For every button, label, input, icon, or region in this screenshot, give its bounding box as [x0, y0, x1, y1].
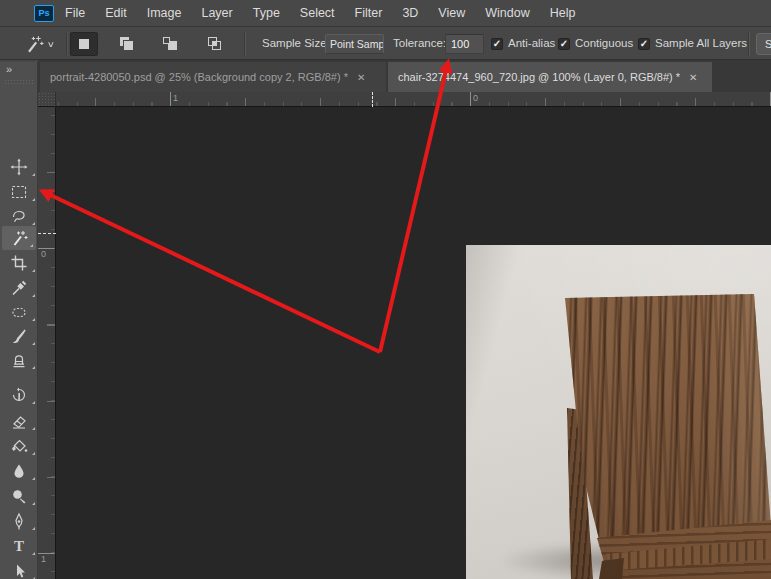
type-tool-icon: T	[14, 539, 24, 554]
separator	[66, 32, 67, 56]
path-selection-icon	[10, 562, 28, 579]
tool-history-brush[interactable]	[0, 383, 38, 407]
tool-path-selection[interactable]	[0, 559, 38, 579]
tool-move[interactable]	[0, 155, 38, 179]
separator	[244, 32, 245, 56]
ruler-cursor-marker	[38, 233, 56, 234]
pen-icon	[10, 512, 28, 530]
vertical-ruler[interactable]: 0 1	[38, 107, 56, 579]
ruler-label: 0	[41, 250, 46, 259]
menu-window[interactable]: Window	[475, 6, 539, 20]
tool-brush[interactable]	[0, 324, 38, 348]
check-icon: ✓	[493, 39, 501, 49]
menu-bar: Ps File Edit Image Layer Type Select Fil…	[0, 0, 771, 27]
intersect-with-selection-icon	[205, 35, 223, 53]
horizontal-ruler[interactable]: 1 0	[38, 92, 771, 107]
tool-options-bar: ∨ Sample Si	[0, 28, 771, 60]
dodge-icon	[10, 487, 28, 505]
lasso-icon	[10, 207, 28, 225]
sample-all-layers-checkbox[interactable]: ✓	[638, 38, 650, 50]
ruler-label: 1	[41, 555, 46, 564]
ruler-label: 0	[473, 94, 478, 103]
photoshop-logo: Ps	[34, 5, 54, 22]
blur-icon	[10, 462, 28, 480]
tolerance-value: 100	[451, 38, 469, 50]
tool-preset-picker[interactable]: ∨	[24, 32, 68, 56]
tab-title: chair-3274474_960_720.jpg @ 100% (Layer …	[398, 71, 680, 83]
new-selection-button[interactable]	[70, 32, 98, 56]
tool-pen[interactable]	[0, 509, 38, 533]
subtract-from-selection-button[interactable]	[156, 32, 184, 56]
photoshop-logo-text: Ps	[38, 8, 49, 18]
tool-eraser[interactable]	[0, 409, 38, 433]
tool-gradient[interactable]	[0, 434, 38, 458]
panel-grip	[4, 79, 34, 86]
history-brush-icon	[10, 386, 28, 404]
contiguous-label: Contiguous	[575, 37, 633, 49]
menu-file[interactable]: File	[55, 6, 95, 20]
intersect-with-selection-button[interactable]	[200, 32, 228, 56]
tool-dodge[interactable]	[0, 484, 38, 508]
anti-alias-label: Anti-alias	[508, 37, 555, 49]
tool-spot-healing-brush[interactable]	[0, 300, 38, 324]
tool-lasso[interactable]	[0, 204, 38, 228]
new-selection-icon	[75, 35, 93, 53]
tolerance-label: Tolerance:	[393, 37, 446, 49]
sample-size-dropdown[interactable]: Point Sample ∨	[325, 34, 384, 54]
crop-icon	[10, 254, 28, 272]
tab-chair-document[interactable]: chair-3274474_960_720.jpg @ 100% (Layer …	[388, 62, 712, 92]
check-icon: ✓	[560, 39, 568, 49]
close-icon[interactable]: ✕	[689, 72, 697, 83]
contiguous-checkbox[interactable]: ✓	[558, 38, 570, 50]
select-subject-label: Select Subject	[765, 38, 771, 50]
sample-all-layers-label: Sample All Layers	[655, 37, 747, 49]
menu-type[interactable]: Type	[243, 6, 290, 20]
magic-wand-icon	[24, 34, 44, 54]
tool-eyedropper[interactable]	[0, 276, 38, 300]
menu-help[interactable]: Help	[540, 6, 586, 20]
magic-wand-icon	[10, 229, 28, 247]
document-tab-bar: portrait-4280050.psd @ 25% (Background c…	[38, 60, 771, 92]
clone-stamp-icon	[10, 351, 28, 369]
spot-healing-brush-icon	[10, 303, 28, 321]
eraser-icon	[10, 412, 28, 430]
eyedropper-icon	[10, 279, 28, 297]
menu-view[interactable]: View	[428, 6, 475, 20]
menu-image[interactable]: Image	[137, 6, 192, 20]
subtract-from-selection-icon	[161, 35, 179, 53]
check-icon: ✓	[640, 39, 648, 49]
sample-size-value: Point Sample	[330, 38, 384, 50]
canvas-pasteboard[interactable]	[56, 107, 771, 579]
gradient-icon	[10, 437, 28, 455]
tool-rectangular-marquee[interactable]	[0, 180, 38, 204]
sample-size-label: Sample Size:	[262, 37, 330, 49]
anti-alias-checkbox[interactable]: ✓	[491, 38, 503, 50]
tolerance-field[interactable]: 100	[445, 34, 484, 54]
expand-panel-icon[interactable]: »	[6, 63, 12, 75]
tool-horizontal-type[interactable]: T	[0, 534, 38, 558]
photoshop-window: Ps File Edit Image Layer Type Select Fil…	[0, 0, 771, 579]
tab-portrait-document[interactable]: portrait-4280050.psd @ 25% (Background c…	[40, 62, 386, 92]
menu-3d[interactable]: 3D	[392, 6, 428, 20]
chevron-down-icon: ∨	[47, 40, 55, 49]
menu-edit[interactable]: Edit	[95, 6, 137, 20]
menu-filter[interactable]: Filter	[345, 6, 393, 20]
tool-blur[interactable]	[0, 459, 38, 483]
ruler-cursor-marker	[372, 92, 373, 107]
tool-clone-stamp[interactable]	[0, 348, 38, 372]
tool-magic-wand[interactable]	[2, 226, 36, 250]
separator	[748, 32, 749, 56]
close-icon[interactable]: ✕	[357, 72, 365, 83]
tool-crop[interactable]	[0, 251, 38, 275]
brush-icon	[10, 327, 28, 345]
ruler-origin-box[interactable]	[38, 92, 56, 107]
add-to-selection-button[interactable]	[112, 32, 140, 56]
menu-select[interactable]: Select	[290, 6, 345, 20]
chair-photo-document[interactable]	[466, 245, 771, 579]
move-icon	[10, 158, 28, 176]
ruler-label: 1	[173, 94, 178, 103]
menu-layer[interactable]: Layer	[191, 6, 242, 20]
menu-items: File Edit Image Layer Type Select Filter…	[55, 6, 585, 20]
select-subject-button[interactable]: Select Subject	[756, 33, 771, 55]
tab-title: portrait-4280050.psd @ 25% (Background c…	[50, 71, 348, 83]
